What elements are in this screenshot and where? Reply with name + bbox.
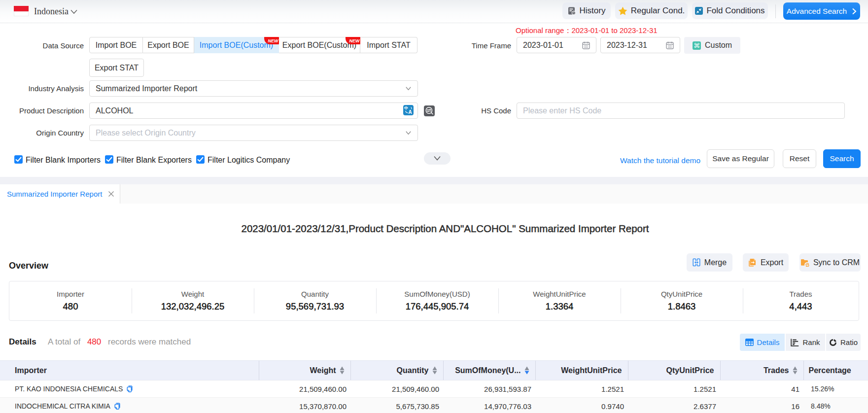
svg-text:A: A xyxy=(408,109,412,115)
svg-text:中: 中 xyxy=(404,106,408,110)
